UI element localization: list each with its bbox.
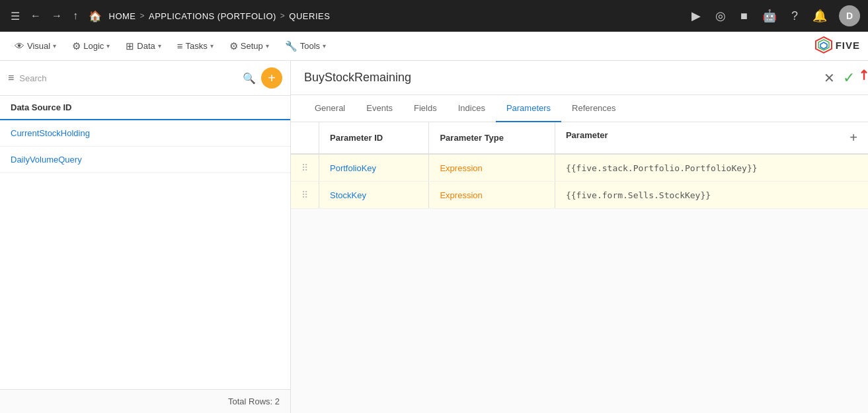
five-logo: FIVE (814, 36, 860, 56)
forward-icon[interactable]: → (49, 7, 65, 24)
data-icon: ⊞ (126, 40, 134, 52)
search-icon[interactable]: 🔍 (243, 72, 256, 85)
svg-marker-2 (820, 42, 827, 49)
table-row: ⠿ StockKey Expression {{five.form.Sells.… (291, 182, 868, 209)
left-sidebar: ≡ 🔍 + Data Source ID CurrentStockHolding… (0, 61, 291, 413)
menu-tools-label: Tools (300, 41, 320, 51)
confirm-icon[interactable]: ✓ (843, 69, 855, 86)
check-wrapper: ✓ ↗ (843, 69, 855, 87)
robot-icon[interactable]: 🤖 (760, 6, 779, 26)
parameters-table: Parameter ID Parameter Type Parameter + … (291, 122, 868, 209)
parameter-id-cell-1[interactable]: PortfolioKey (319, 154, 429, 182)
tools-arrow: ▾ (323, 42, 326, 50)
menu-setup-label: Setup (241, 41, 263, 51)
th-parameter-id: Parameter ID (319, 122, 429, 154)
tab-references[interactable]: References (561, 95, 626, 122)
menu-logic[interactable]: ⚙ Logic ▾ (65, 36, 116, 56)
setup-icon: ⚙ (229, 40, 238, 52)
menu-visual[interactable]: 👁 Visual ▾ (8, 36, 63, 56)
parameter-id-cell-2[interactable]: StockKey (319, 182, 429, 209)
drag-handle-icon[interactable]: ⠿ (301, 190, 308, 200)
parameter-value-cell-2: {{five.form.Sells.StockKey}} (555, 182, 868, 209)
breadcrumb-sep2: > (280, 11, 286, 20)
breadcrumb-queries[interactable]: QUERIES (289, 11, 330, 21)
avatar[interactable]: D (839, 5, 860, 26)
add-button[interactable]: + (261, 67, 282, 89)
right-panel: BuyStockRemaining ✕ ✓ ↗ General Events F… (291, 61, 868, 413)
hamburger-icon[interactable]: ☰ (8, 7, 22, 25)
visual-arrow: ▾ (53, 42, 56, 50)
five-logo-icon (814, 36, 833, 54)
top-nav-right: ▶ ◎ ■ 🤖 ? 🔔 D (689, 5, 860, 26)
menu-tools[interactable]: 🔧 Tools ▾ (278, 36, 333, 56)
sidebar-header: Data Source ID (0, 96, 290, 120)
tab-events[interactable]: Events (356, 95, 403, 122)
menu-visual-label: Visual (27, 41, 50, 51)
parameter-type-cell-2: Expression (429, 182, 555, 209)
search-nav-icon[interactable]: ◎ (713, 6, 729, 26)
logic-arrow: ▾ (106, 42, 110, 50)
tab-bar: General Events Fields Indices Parameters… (291, 95, 868, 122)
help-icon[interactable]: ? (789, 7, 801, 26)
table-row: ⠿ PortfolioKey Expression {{five.stack.P… (291, 154, 868, 182)
tools-icon: 🔧 (285, 40, 297, 52)
tab-fields[interactable]: Fields (403, 95, 448, 122)
list-item[interactable]: DailyVolumeQuery (0, 147, 290, 173)
up-icon[interactable]: ↑ (70, 7, 81, 24)
drag-cell-2[interactable]: ⠿ (291, 182, 319, 209)
parameter-value-cell-1: {{five.stack.Portfolio.PortfolioKey}} (555, 154, 868, 182)
red-arrow-indicator: ↗ (854, 65, 868, 84)
tab-parameters[interactable]: Parameters (496, 95, 561, 122)
setup-arrow: ▾ (266, 42, 269, 50)
close-icon[interactable]: ✕ (824, 70, 835, 86)
content-area: Parameter ID Parameter Type Parameter + … (291, 122, 868, 413)
panel-title: BuyStockRemaining (304, 71, 824, 85)
top-nav: ☰ ← → ↑ 🏠 HOME > APPLICATIONS (PORTFOLIO… (0, 0, 868, 32)
main-layout: ≡ 🔍 + Data Source ID CurrentStockHolding… (0, 61, 868, 413)
sidebar-table: Data Source ID CurrentStockHolding Daily… (0, 96, 290, 389)
home-icon: 🏠 (86, 7, 105, 25)
th-parameter: Parameter + (555, 122, 868, 154)
logic-icon: ⚙ (72, 40, 81, 52)
tasks-arrow: ▾ (210, 42, 214, 50)
drag-handle-icon[interactable]: ⠿ (301, 163, 308, 173)
tab-general[interactable]: General (304, 95, 356, 122)
menu-bar: 👁 Visual ▾ ⚙ Logic ▾ ⊞ Data ▾ ≡ Tasks ▾ … (0, 32, 868, 61)
panel-header: BuyStockRemaining ✕ ✓ ↗ (291, 61, 868, 95)
th-parameter-type: Parameter Type (429, 122, 555, 154)
search-input[interactable] (19, 73, 237, 83)
sidebar-footer: Total Rows: 2 (0, 389, 290, 413)
tab-indices[interactable]: Indices (448, 95, 496, 122)
menu-tasks[interactable]: ≡ Tasks ▾ (171, 36, 220, 56)
parameter-type-cell-1: Expression (429, 154, 555, 182)
breadcrumb: 🏠 HOME > APPLICATIONS (PORTFOLIO) > QUER… (86, 7, 330, 25)
search-bar: ≡ 🔍 + (0, 61, 290, 96)
data-arrow: ▾ (158, 42, 161, 50)
five-logo-text: FIVE (836, 40, 860, 51)
drag-cell-1[interactable]: ⠿ (291, 154, 319, 182)
filter-icon: ≡ (8, 72, 14, 84)
breadcrumb-sep1: > (140, 11, 145, 20)
menu-logic-label: Logic (83, 41, 104, 51)
table-header-row: Parameter ID Parameter Type Parameter + (291, 122, 868, 154)
breadcrumb-apps[interactable]: APPLICATIONS (PORTFOLIO) (149, 11, 276, 21)
visual-icon: 👁 (15, 40, 24, 52)
back-icon[interactable]: ← (28, 7, 44, 24)
tasks-icon: ≡ (177, 40, 183, 52)
stop-icon[interactable]: ■ (738, 7, 750, 26)
th-drag (291, 122, 319, 154)
menu-data[interactable]: ⊞ Data ▾ (119, 36, 167, 56)
play-icon[interactable]: ▶ (689, 6, 703, 26)
menu-tasks-label: Tasks (186, 41, 208, 51)
bell-icon[interactable]: 🔔 (810, 6, 830, 26)
list-item[interactable]: CurrentStockHolding (0, 120, 290, 147)
menu-setup[interactable]: ⚙ Setup ▾ (223, 36, 276, 56)
breadcrumb-home[interactable]: HOME (109, 11, 136, 21)
menu-data-label: Data (137, 41, 155, 51)
add-parameter-button[interactable]: + (849, 130, 857, 145)
